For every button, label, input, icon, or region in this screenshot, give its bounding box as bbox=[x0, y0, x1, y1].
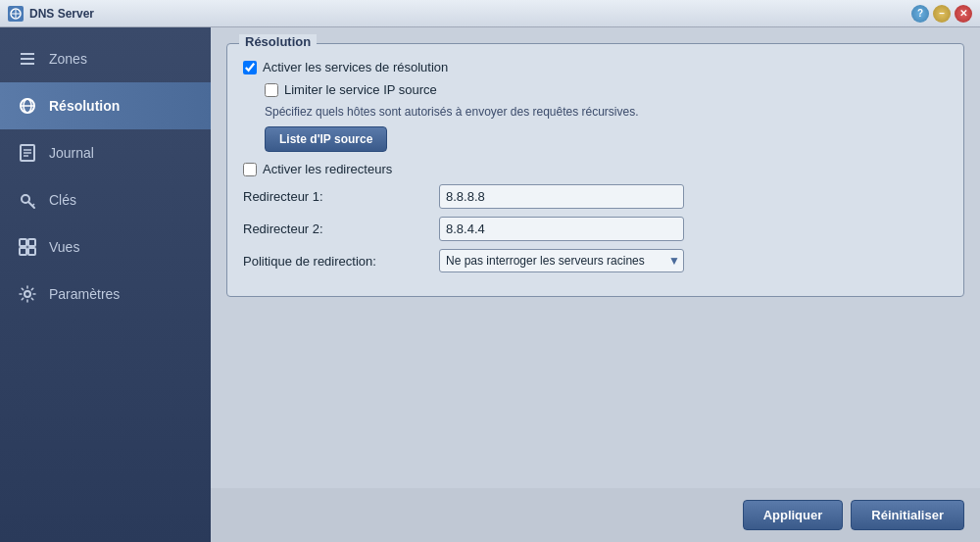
policy-select-wrapper: Ne pas interroger les serveurs racines I… bbox=[439, 249, 684, 272]
svg-point-17 bbox=[24, 291, 30, 297]
enable-service-checkbox[interactable] bbox=[243, 61, 257, 74]
redirector1-label: Redirecteur 1: bbox=[243, 189, 439, 204]
ip-source-button[interactable]: Liste d'IP source bbox=[265, 126, 387, 152]
views-icon bbox=[16, 235, 39, 259]
sidebar-item-zones[interactable]: Zones bbox=[0, 35, 211, 82]
enable-redirectors-label[interactable]: Activer les redirecteurs bbox=[263, 162, 392, 176]
keys-icon bbox=[16, 188, 39, 212]
sidebar-label-vues: Vues bbox=[49, 239, 79, 255]
enable-service-label[interactable]: Activer les services de résolution bbox=[263, 60, 448, 74]
resolution-group: Résolution Activer les services de résol… bbox=[226, 43, 964, 297]
limit-ip-row: Limiter le service IP source bbox=[265, 82, 948, 97]
title-bar-left: DNS Server bbox=[8, 6, 94, 22]
svg-rect-16 bbox=[28, 248, 35, 255]
sidebar-label-resolution: Résolution bbox=[49, 98, 120, 114]
app-icon bbox=[8, 6, 24, 22]
settings-icon bbox=[16, 282, 39, 306]
reset-button[interactable]: Réinitialiser bbox=[851, 500, 964, 530]
main-panel: Résolution Activer les services de résol… bbox=[211, 27, 980, 542]
redirector2-label: Redirecteur 2: bbox=[243, 222, 439, 236]
policy-select[interactable]: Ne pas interroger les serveurs racines I… bbox=[439, 249, 684, 272]
enable-redirectors-row: Activer les redirecteurs bbox=[243, 162, 948, 176]
svg-rect-15 bbox=[20, 248, 26, 255]
app-title: DNS Server bbox=[29, 7, 94, 21]
sidebar-item-parametres[interactable]: Paramètres bbox=[0, 271, 211, 318]
redirector2-row: Redirecteur 2: bbox=[243, 217, 948, 241]
sidebar-item-vues[interactable]: Vues bbox=[0, 223, 211, 271]
zones-icon bbox=[16, 47, 39, 71]
policy-label: Politique de redirection: bbox=[243, 254, 439, 269]
enable-redirectors-checkbox[interactable] bbox=[243, 163, 257, 176]
journal-icon bbox=[16, 141, 39, 165]
svg-line-12 bbox=[32, 204, 34, 206]
apply-button[interactable]: Appliquer bbox=[743, 500, 844, 530]
enable-service-row: Activer les services de résolution bbox=[243, 60, 948, 74]
policy-row: Politique de redirection: Ne pas interro… bbox=[243, 249, 948, 272]
group-title: Résolution bbox=[239, 34, 317, 49]
minimize-button[interactable]: – bbox=[933, 5, 951, 23]
sidebar-label-zones: Zones bbox=[49, 51, 87, 67]
title-bar-buttons: ? – ✕ bbox=[911, 5, 972, 23]
help-button[interactable]: ? bbox=[911, 5, 929, 23]
svg-rect-14 bbox=[28, 239, 35, 246]
limit-ip-checkbox[interactable] bbox=[265, 83, 278, 97]
sidebar-item-journal[interactable]: Journal bbox=[0, 129, 211, 176]
title-bar: DNS Server ? – ✕ bbox=[0, 0, 980, 27]
sidebar-label-parametres: Paramètres bbox=[49, 286, 120, 302]
indent-block: Limiter le service IP source Spécifiez q… bbox=[265, 82, 948, 152]
resolution-icon bbox=[16, 94, 39, 118]
sidebar-label-journal: Journal bbox=[49, 145, 94, 161]
sidebar-item-resolution[interactable]: Résolution bbox=[0, 82, 211, 129]
redirector1-input[interactable] bbox=[439, 184, 684, 209]
sidebar: Zones Résolution bbox=[0, 27, 211, 542]
sidebar-item-cles[interactable]: Clés bbox=[0, 176, 211, 223]
close-button[interactable]: ✕ bbox=[955, 5, 972, 23]
redirector2-input[interactable] bbox=[439, 217, 684, 241]
limit-ip-label[interactable]: Limiter le service IP source bbox=[284, 82, 437, 97]
app-body: Zones Résolution bbox=[0, 27, 980, 542]
description-text: Spécifiez quels hôtes sont autorisés à e… bbox=[265, 105, 948, 119]
content-area: Résolution Activer les services de résol… bbox=[211, 27, 980, 488]
svg-rect-13 bbox=[20, 239, 26, 246]
footer: Appliquer Réinitialiser bbox=[211, 488, 980, 542]
redirector1-row: Redirecteur 1: bbox=[243, 184, 948, 209]
sidebar-label-cles: Clés bbox=[49, 192, 76, 208]
